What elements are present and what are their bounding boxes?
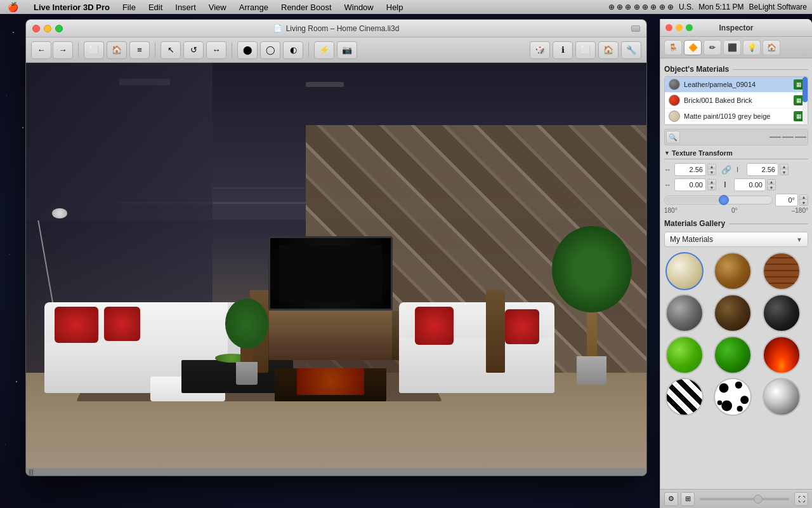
height-increment[interactable]: ▲ [780,164,789,170]
apple-menu[interactable]: 🍎 [5,2,21,12]
texture-width-field[interactable] [674,163,706,176]
materials-scrollbar[interactable] [802,77,808,124]
rotate-tool[interactable]: ↺ [183,41,204,59]
texture-height-field[interactable] [747,163,778,176]
gallery-section: Materials Gallery My Materials ▼ [664,219,808,416]
width-stepper: ▲ ▼ [707,164,716,175]
window-titlebar: 📄 Living Room – Home Cinema.li3d [26,20,646,37]
offset-y-decrement[interactable]: ▼ [767,185,776,190]
main-window: 📄 Living Room – Home Cinema.li3d ← → ⬜ 🏠… [25,19,647,476]
sphere-fire[interactable] [763,336,801,374]
move-tool[interactable]: ↔ [206,41,226,59]
edit-menu[interactable]: Edit [146,3,165,12]
nav-back-button[interactable]: ← [31,41,51,59]
sphere-dark-wood[interactable] [714,294,752,332]
camera-button[interactable]: 📷 [337,41,357,59]
offset-y-increment[interactable]: ▲ [767,179,776,185]
tab-scene[interactable]: 🏠 [763,40,780,55]
insert-menu[interactable]: Insert [173,3,199,12]
sofa-right [399,302,554,393]
app-name[interactable]: Live Interior 3D Pro [31,3,112,12]
width-decrement[interactable]: ▼ [707,170,716,175]
window-resize-handle[interactable] [631,25,640,32]
info-button[interactable]: ℹ [553,41,573,59]
fireplace [275,368,386,401]
viewport-scrollbar[interactable]: ||| [26,468,647,476]
offset-h-icon: ↔ [664,181,672,189]
window-title: 📄 Living Room – Home Cinema.li3d [273,24,400,33]
offset-separator: I [719,180,731,189]
gallery-dropdown[interactable]: My Materials ▼ [664,232,808,247]
sphere-wood[interactable] [714,252,752,290]
material-item-1[interactable]: Brick/001 Baked Brick ▦ [665,93,808,109]
material-item-2[interactable]: Matte paint/1019 grey beige ▦ [665,109,808,124]
floor-plan-button[interactable]: ⬜ [84,41,104,59]
settings-button[interactable]: 🔧 [621,41,641,59]
arrange-menu[interactable]: Arrange [237,3,271,12]
angle-fill [665,197,724,203]
width-increment[interactable]: ▲ [707,164,716,170]
sphere-brick-tex[interactable] [763,252,801,290]
sphere-tool[interactable]: ⬤ [237,41,258,59]
inspector-minimize[interactable] [676,24,683,31]
angle-field[interactable] [775,194,798,206]
link-icon[interactable]: 🔗 [721,165,731,175]
gallery-view-button[interactable]: ⊞ [681,492,695,506]
toolbar-separator-4 [308,43,309,58]
inspector-close[interactable] [665,24,672,31]
inspector-titlebar: Inspector [660,19,812,37]
special-tool[interactable]: ⚡ [314,41,334,59]
sphere-chrome[interactable] [763,378,801,416]
offset-x-increment[interactable]: ▲ [707,179,716,185]
offset-x-decrement[interactable]: ▼ [707,185,716,190]
view-options [769,137,806,138]
render-boost-menu[interactable]: Render Boost [278,3,334,12]
size-slider[interactable] [700,498,789,500]
select-tool[interactable]: ↖ [160,41,181,59]
angle-increment[interactable]: ▲ [799,194,808,200]
half-circle-tool[interactable]: ◐ [283,41,303,59]
sphere-ivory[interactable] [665,252,704,290]
collapse-icon[interactable]: ▼ [664,150,670,156]
inspector-tabs: 🪑 🔶 ✏ ⬛ 💡 🏠 [660,37,812,58]
sphere-metal[interactable] [665,294,704,332]
tab-light[interactable]: 💡 [743,40,761,55]
eyedropper-tool[interactable]: 🔍 [666,131,680,144]
viewport[interactable]: ||| [26,63,647,476]
brand: BeLight Software [749,3,807,11]
fullscreen-button[interactable]: ⛶ [794,492,808,506]
inspector-zoom[interactable] [686,24,693,31]
file-menu[interactable]: File [120,3,138,12]
window-menu[interactable]: Window [342,3,376,12]
rooms-button[interactable]: 🏠 [107,41,127,59]
tab-material[interactable]: 🔶 [684,40,702,55]
maximize-button[interactable] [55,25,63,32]
offset-y-field[interactable] [734,178,766,191]
offset-x-field[interactable] [674,178,706,191]
tab-edit[interactable]: ✏ [704,40,721,55]
sphere-spots[interactable] [714,378,752,416]
sphere-black[interactable] [763,294,801,332]
height-decrement[interactable]: ▼ [780,170,789,175]
sphere-green-bright[interactable] [665,336,704,374]
help-menu[interactable]: Help [384,3,406,12]
angle-decrement[interactable]: ▼ [799,200,808,206]
view-menu[interactable]: View [206,3,229,12]
sphere-green-dark[interactable] [714,336,752,374]
nav-forward-button[interactable]: → [53,41,73,59]
house-button[interactable]: 🏠 [598,41,619,59]
ellipse-tool[interactable]: ◯ [260,41,280,59]
furniture-button[interactable]: ≡ [129,41,150,59]
sphere-zebra[interactable] [665,378,704,416]
top-view-button[interactable]: ⬜ [575,41,596,59]
tab-render[interactable]: ⬛ [723,40,741,55]
add-material-button[interactable]: ⚙ [664,492,678,506]
material-item-0[interactable]: Leather/pamela_09014 ▦ [665,77,808,93]
tab-furniture[interactable]: 🪑 [664,40,682,55]
size-slider-thumb[interactable] [754,495,763,504]
angle-thumb[interactable] [719,195,729,205]
render-button[interactable]: 🎲 [530,41,550,59]
close-button[interactable] [32,25,40,32]
angle-slider[interactable] [664,196,773,204]
minimize-button[interactable] [44,25,51,32]
